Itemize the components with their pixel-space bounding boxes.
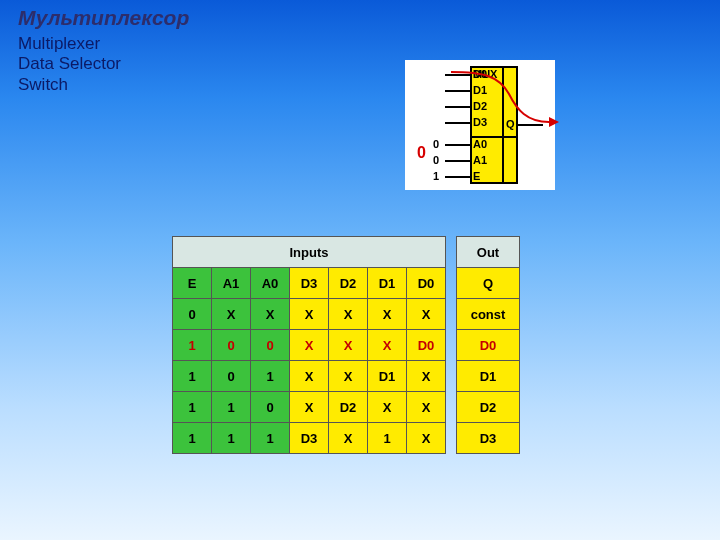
- table-cell: 1: [368, 423, 407, 454]
- page-title: Мультиплексор: [18, 6, 189, 30]
- table-cell: 0: [212, 330, 251, 361]
- table-cell: X: [251, 299, 290, 330]
- mux-pin-label: A0: [473, 138, 487, 150]
- mux-pin-d0: [445, 74, 470, 76]
- mux-pin-d2: [445, 106, 470, 108]
- table-cell: X: [290, 299, 329, 330]
- mux-pin-label: D0: [473, 68, 487, 80]
- table-cell: X: [407, 299, 446, 330]
- mux-pin-a0: [445, 144, 470, 146]
- table-gap: [446, 423, 457, 454]
- mux-pin-d1: [445, 90, 470, 92]
- mux-bit: 0: [433, 154, 439, 166]
- mux-pin-q: [518, 124, 543, 126]
- table-cell: D2: [329, 392, 368, 423]
- table-cell: 1: [212, 423, 251, 454]
- mux-zero-indicator: 0: [417, 144, 426, 162]
- table-row: 101XXD1XD1: [173, 361, 520, 392]
- mux-bit: 1: [433, 170, 439, 182]
- col-A0: A0: [251, 268, 290, 299]
- mux-pin-label: D1: [473, 84, 487, 96]
- table-cell: X: [368, 330, 407, 361]
- table-row: 110XD2XXD2: [173, 392, 520, 423]
- mux-bit: 0: [433, 138, 439, 150]
- table-gap: [446, 392, 457, 423]
- col-A1: A1: [212, 268, 251, 299]
- table-cell: X: [407, 361, 446, 392]
- truth-table: Inputs Out E A1 A0 D3 D2 D1 D0 Q 0XXXXXX…: [172, 236, 520, 454]
- table-cell: D1: [457, 361, 520, 392]
- table-header-out: Out: [457, 237, 520, 268]
- table-cell: D0: [407, 330, 446, 361]
- table-cell: X: [407, 423, 446, 454]
- table-cell: X: [329, 330, 368, 361]
- table-cell: 1: [173, 423, 212, 454]
- col-E: E: [173, 268, 212, 299]
- table-gap: [446, 361, 457, 392]
- table-gap: [446, 330, 457, 361]
- table-cell: D3: [290, 423, 329, 454]
- table-cell: X: [329, 299, 368, 330]
- table-row: 100XXXD0D0: [173, 330, 520, 361]
- table-cell: X: [407, 392, 446, 423]
- table-cell: D1: [368, 361, 407, 392]
- mux-out-label: Q: [506, 118, 515, 130]
- table-cell: X: [329, 423, 368, 454]
- col-D2: D2: [329, 268, 368, 299]
- table-cell: 1: [251, 423, 290, 454]
- table-cell: 1: [173, 392, 212, 423]
- table-cell: X: [290, 330, 329, 361]
- mux-pin-label: D3: [473, 116, 487, 128]
- table-header-inputs: Inputs: [173, 237, 446, 268]
- table-cell: 0: [212, 361, 251, 392]
- mux-pin-a1: [445, 160, 470, 162]
- mux-symbol: MUX Q D0 D1 D2 D3 A0 0 A1 0 E 1 0: [405, 60, 555, 190]
- table-cell: D3: [457, 423, 520, 454]
- table-gap: [446, 299, 457, 330]
- table-cell: 0: [251, 392, 290, 423]
- col-Q: Q: [457, 268, 520, 299]
- table-cell: 0: [173, 299, 212, 330]
- table-cell: 0: [251, 330, 290, 361]
- mux-pin-label: A1: [473, 154, 487, 166]
- table-cell: 1: [173, 361, 212, 392]
- mux-out-divider: [502, 66, 504, 184]
- table-cell: X: [212, 299, 251, 330]
- mux-pin-label: E: [473, 170, 480, 182]
- table-cell: 1: [173, 330, 212, 361]
- svg-marker-0: [549, 117, 559, 127]
- table-cell: 1: [212, 392, 251, 423]
- mux-pin-d3: [445, 122, 470, 124]
- table-gap: [446, 237, 457, 268]
- table-cell: X: [290, 361, 329, 392]
- table-cell: D2: [457, 392, 520, 423]
- col-D3: D3: [290, 268, 329, 299]
- table-cell: const: [457, 299, 520, 330]
- page-subtitle: Multiplexer Data Selector Switch: [18, 34, 121, 95]
- table-cell: X: [368, 392, 407, 423]
- table-gap: [446, 268, 457, 299]
- table-cell: X: [368, 299, 407, 330]
- table-row: 0XXXXXXconst: [173, 299, 520, 330]
- table-cell: D0: [457, 330, 520, 361]
- table-row: 111D3X1XD3: [173, 423, 520, 454]
- table-cell: 1: [251, 361, 290, 392]
- col-D1: D1: [368, 268, 407, 299]
- col-D0: D0: [407, 268, 446, 299]
- table-cell: X: [290, 392, 329, 423]
- mux-pin-e: [445, 176, 470, 178]
- mux-pin-label: D2: [473, 100, 487, 112]
- table-cell: X: [329, 361, 368, 392]
